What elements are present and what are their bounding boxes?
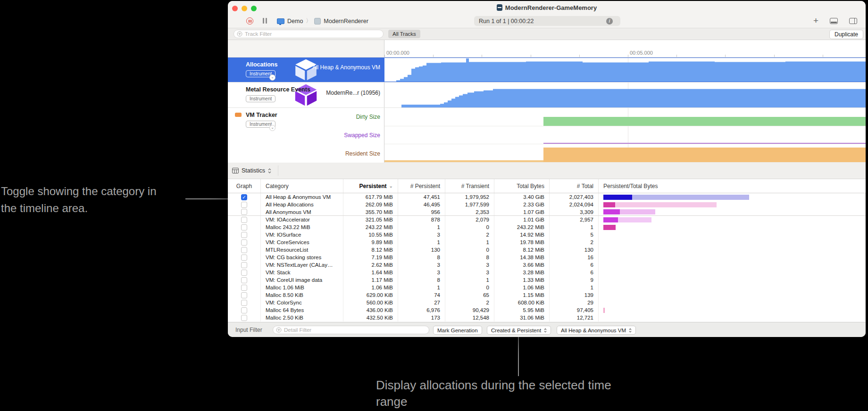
table-row[interactable]: VM: IOAccelerator321.05 MiB8782,0791.01 …	[228, 216, 866, 223]
track-metal-resource-events[interactable]: Metal Resource Events Instrument ModernR…	[228, 82, 866, 108]
vm-subrow-resident-size[interactable]	[384, 144, 866, 163]
statistics-table-header: Graph Category Persistent ⌄ # Persistent…	[228, 179, 866, 193]
category-cell: Malloc 8.50 KiB	[261, 291, 343, 299]
breadcrumb-process[interactable]: ModernRenderer	[324, 18, 368, 25]
graph-cell	[228, 314, 261, 321]
total-bytes-cell: 1.33 MiB	[494, 276, 550, 284]
pause-icon[interactable]	[263, 18, 267, 24]
table-row[interactable]: Malloc 1.06 MiB1.06 MiB101.06 MiB1	[228, 284, 866, 291]
num-total-cell: 130	[550, 246, 599, 254]
tracks-area: Allocations Instrument ⌄ All Heap & Anon…	[228, 58, 866, 163]
toggle-right-panel-icon[interactable]	[849, 18, 857, 24]
graph-cell	[228, 246, 261, 254]
graph-checkbox[interactable]	[241, 224, 247, 230]
window-title: ModernRenderer-GameMemory	[505, 4, 597, 11]
badge-chevron-icon[interactable]: ⌄	[269, 74, 275, 81]
num-total-cell: 1	[550, 284, 599, 291]
category-cell: VM: ColorSync	[261, 299, 343, 306]
track-detail-label: All Heap & Anonymous VM	[312, 64, 380, 71]
record-stop-icon[interactable]	[246, 17, 253, 25]
vm-subrow-swapped-size[interactable]	[384, 126, 866, 145]
graph-cell	[228, 269, 261, 276]
graph-checkbox[interactable]	[241, 277, 247, 283]
graph-checkbox[interactable]	[241, 255, 247, 261]
graph-checkbox[interactable]	[241, 247, 247, 253]
table-row[interactable]: VM: Stack1.64 MiB333.28 MiB6	[228, 269, 866, 276]
breadcrumb-device[interactable]: Demo	[287, 18, 303, 25]
num-transient-cell: 0	[445, 246, 494, 254]
document-icon	[497, 4, 502, 11]
input-filter-label: Input Filter	[235, 327, 262, 333]
chevron-right-icon: 〉	[306, 17, 311, 25]
table-row[interactable]: All Heap Allocations262.09 MiB46,4951,97…	[228, 201, 866, 208]
graph-checkbox[interactable]	[241, 202, 247, 208]
table-row[interactable]: VM: NSTextLayer (CALay…2.62 MiB333.66 Mi…	[228, 261, 866, 269]
table-row[interactable]: VM: CoreUI image data1.17 MiB811.33 MiB9	[228, 276, 866, 284]
table-row[interactable]: VM: CG backing stores7.19 MiB8814.38 MiB…	[228, 254, 866, 261]
graph-checkbox[interactable]	[241, 307, 247, 313]
info-icon[interactable]: i	[606, 18, 613, 25]
graph-checkbox[interactable]	[241, 217, 247, 223]
graph-checkbox[interactable]	[241, 209, 247, 215]
graph-checkbox[interactable]	[241, 239, 247, 246]
add-instrument-button[interactable]: +	[813, 16, 818, 25]
table-row[interactable]: Malloc 243.22 MiB243.22 MiB10243.22 MiB1	[228, 223, 866, 231]
detail-filter-placeholder: Detail Filter	[284, 327, 311, 333]
column-header-graph[interactable]: Graph	[228, 179, 261, 193]
column-header-num-transient[interactable]: # Transient	[445, 179, 494, 193]
table-row[interactable]: VM: IOSurface10.55 MiB3214.92 MiB5	[228, 231, 866, 238]
table-row[interactable]: MTLResourceList8.12 MiB13008.12 MiB130	[228, 246, 866, 254]
table-row[interactable]: ✓All Heap & Anonymous VM617.79 MiB47,451…	[228, 193, 866, 201]
vm-tracker-graph[interactable]	[384, 108, 866, 163]
graph-checkbox[interactable]	[241, 232, 247, 238]
table-row[interactable]: Malloc 2.50 KiB432.50 KiB17312,54831.06 …	[228, 314, 866, 321]
persistent-cell: 629.00 KiB	[343, 291, 398, 299]
ruler-timeline[interactable]: 00:00.00000:05.000	[384, 40, 866, 57]
graph-checkbox[interactable]	[241, 292, 247, 298]
column-header-total-bytes[interactable]: Total Bytes	[494, 179, 550, 193]
updown-chevron-icon	[629, 328, 632, 333]
statistics-table: ✓All Heap & Anonymous VM617.79 MiB47,451…	[228, 193, 866, 322]
metal-graph[interactable]	[384, 82, 866, 107]
track-vm-tracker[interactable]: VM Tracker Instrument ⌄ Dirty SizeSwappe…	[228, 108, 866, 163]
track-filter-input[interactable]: Track Filter	[234, 30, 384, 38]
column-header-num-persistent[interactable]: # Persistent	[398, 179, 445, 193]
column-header-persistent-total-bytes[interactable]: Persistent/Total Bytes	[599, 179, 866, 193]
column-header-category[interactable]: Category	[261, 179, 343, 193]
total-bytes-cell: 608.00 KiB	[494, 299, 550, 306]
num-transient-cell: 3	[445, 261, 494, 269]
badge-chevron-icon[interactable]: ⌄	[269, 125, 275, 131]
graph-checkbox[interactable]	[241, 300, 247, 306]
vm-subrow-dirty-size[interactable]	[384, 108, 866, 126]
graph-checkbox[interactable]: ✓	[241, 194, 247, 200]
total-bytes-cell: 14.38 MiB	[494, 254, 550, 261]
graph-cell	[228, 261, 261, 269]
column-header-persistent[interactable]: Persistent ⌄	[343, 179, 398, 193]
table-row[interactable]: VM: CoreServices9.89 MiB1119.78 MiB2	[228, 238, 866, 246]
persistent-cell: 10.55 MiB	[343, 231, 398, 238]
num-transient-cell: 2	[445, 231, 494, 238]
graph-checkbox[interactable]	[241, 315, 247, 321]
all-tracks-button[interactable]: All Tracks	[388, 30, 420, 38]
annotation-left-line2: the timeline area.	[1, 200, 199, 217]
table-row[interactable]: VM: ColorSync560.00 KiB272608.00 KiB29	[228, 299, 866, 306]
mark-generation-button[interactable]: Mark Generation	[433, 326, 482, 335]
duplicate-button[interactable]: Duplicate	[829, 30, 863, 39]
num-total-cell: 2,027,403	[550, 193, 599, 201]
lifecycle-popup-button[interactable]: Created & Persistent	[487, 326, 551, 335]
title-bar[interactable]: ModernRenderer-GameMemory	[228, 1, 866, 14]
table-row[interactable]: Malloc 64 Bytes436.00 KiB6,97690,4295.95…	[228, 306, 866, 314]
statistics-selector[interactable]: Statistics	[232, 167, 271, 174]
track-allocations[interactable]: Allocations Instrument ⌄ All Heap & Anon…	[228, 58, 866, 82]
table-row[interactable]: Malloc 8.50 KiB629.00 KiB74651.15 MiB139	[228, 291, 866, 299]
column-header-num-total[interactable]: # Total	[550, 179, 599, 193]
num-persistent-cell: 1	[398, 223, 445, 231]
graph-checkbox[interactable]	[241, 270, 247, 276]
toggle-bottom-panel-icon[interactable]	[830, 18, 838, 24]
graph-checkbox[interactable]	[241, 262, 247, 268]
table-row[interactable]: All Anonymous VM355.70 MiB9562,3531.07 G…	[228, 208, 866, 216]
graph-checkbox[interactable]	[241, 285, 247, 291]
scope-popup-button[interactable]: All Heap & Anonymous VM	[557, 326, 636, 335]
detail-filter-input[interactable]: Detail Filter	[273, 326, 429, 334]
allocations-graph[interactable]	[384, 58, 866, 82]
